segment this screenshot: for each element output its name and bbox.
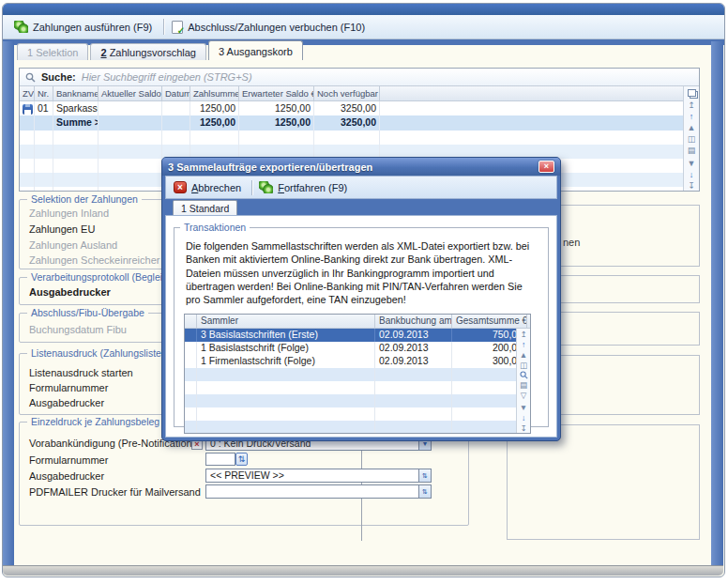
group-title: Abschluss/Fibu-Übergabe [27, 307, 148, 318]
col-bankname[interactable]: Bankname [53, 86, 99, 100]
coins-icon [259, 181, 273, 193]
disk-icon [23, 104, 33, 115]
book-payments-button[interactable]: ✓ Abschluss/Zahlungen verbuchen (F10) [167, 18, 373, 37]
nav-up-icon[interactable]: ↑ [518, 340, 530, 349]
dialog-title: 3 Sammelaufträge exportieren/übertragen [168, 161, 372, 173]
cell-bankbuchung: 02.09.2013 [375, 355, 452, 368]
dialog-tab-band: 1 Standard [165, 199, 557, 215]
sammler-row[interactable]: 1 Firmenlastschrift (Folge) 02.09.2013 3… [185, 355, 530, 368]
sammler-table-header: Sammler Bankbuchung am Gesamtsumme € [185, 315, 530, 329]
col-selector [185, 315, 197, 328]
tab-label: Ausgangskorb [227, 46, 293, 57]
search-input[interactable] [82, 71, 363, 83]
col-zv[interactable]: ZV [20, 86, 35, 100]
sammler-row[interactable]: 1 Basislastschrift (Folge) 02.09.2013 20… [185, 342, 530, 355]
filter-icon[interactable]: ▽ [518, 391, 530, 400]
cell-sammler: 1 Firmenlastschrift (Folge) [197, 355, 375, 368]
nav-prev-icon[interactable]: ▲ [518, 350, 530, 360]
col-zahlsumme[interactable]: Zahlsumme € [190, 86, 239, 100]
columns-icon[interactable]: ◫ [518, 361, 530, 370]
col-erwarteter-saldo[interactable]: Erwarteter Saldo € [239, 86, 314, 100]
group-title: Listenausdruck (Zahlungsliste) [27, 347, 168, 359]
search-icon [25, 72, 36, 83]
copy-grid-icon[interactable] [688, 89, 696, 97]
ausgabedrucker-select[interactable]: << PREVIEW >> ⇅ [205, 469, 432, 483]
table-nav-strip: ↥ ↑ ▲ ◫ ▤ ▼ ↓ ↧ [683, 86, 699, 191]
pdfmailer-select[interactable]: ⇅ [205, 484, 432, 499]
empty-row [185, 407, 530, 421]
col-datum[interactable]: Datum [162, 86, 190, 100]
item-buchungsdatum: Buchungsdatum Fibu [29, 324, 127, 335]
table-nav-strip: ↥ ↑ ▲ ◫ ▤ ▽ ▼ ↓ ↧ [516, 329, 530, 433]
rows-icon[interactable]: ▤ [686, 146, 698, 155]
tab-selektion[interactable]: 1 Selektion [17, 43, 88, 60]
nav-bottom-icon[interactable]: ↧ [518, 423, 530, 433]
col-gesamtsumme[interactable]: Gesamtsumme € [452, 315, 527, 328]
cell-sammler: 1 Basislastschrift (Folge) [197, 342, 375, 355]
search-label: Suche: [41, 71, 76, 83]
frame-right [711, 41, 723, 565]
tab-number: 1 [27, 47, 33, 58]
col-nr[interactable]: Nr. [35, 86, 53, 100]
nav-next-icon[interactable]: ▼ [686, 159, 698, 168]
sammler-row[interactable]: 3 Basislastschriften (Erste) 02.09.2013 … [185, 329, 530, 342]
search-icon[interactable] [520, 371, 528, 379]
close-icon[interactable]: × [538, 161, 554, 173]
cell-sum-erwarteter: 1250,00 [239, 115, 314, 131]
tab-label: Zahlungsvorschlag [110, 47, 196, 58]
item-ausgabedrucker: Ausgabedrucker [29, 470, 104, 482]
item-zahlungen-inland: Zahlungen Inland [29, 207, 109, 219]
check-icon: ✓ [177, 26, 185, 36]
columns-icon[interactable]: ◫ [686, 134, 698, 144]
table-row[interactable]: 01 Sparkasse 1250,00 1250,00 3250,00 [20, 101, 699, 115]
empty-row [185, 381, 530, 394]
item-pdfmailer: PDFMAILER Drucker für Mailversand [29, 486, 201, 498]
execute-payments-label: Zahlungen ausführen (F9) [33, 22, 152, 33]
item-formularnummer: Formularnummer [29, 382, 108, 393]
export-dialog: 3 Sammelaufträge exportieren/übertragen … [161, 157, 561, 441]
col-bankbuchung[interactable]: Bankbuchung am [375, 315, 452, 328]
col-sammler[interactable]: Sammler [197, 315, 375, 328]
execute-payments-button[interactable]: Zahlungen ausführen (F9) [9, 18, 160, 36]
cancel-label: Abbrechen [191, 182, 241, 193]
search-bar: Suche: [20, 69, 699, 86]
nav-down-icon[interactable]: ↓ [686, 170, 698, 179]
tab-number: 3 [219, 46, 224, 57]
cell-sum-verfuegbar: 3250,00 [314, 115, 380, 131]
spinner-icon[interactable]: ⇅ [418, 469, 431, 482]
sum-row[interactable]: Summe > 1250,00 1250,00 3250,00 [20, 115, 699, 131]
application-window: Zahlungen ausführen (F9) ✓ Abschluss/Zah… [0, 0, 728, 584]
cancel-button[interactable]: × Abbrechen [170, 179, 249, 195]
nav-prev-icon[interactable]: ▲ [686, 123, 698, 132]
cell-nr: 01 [35, 101, 53, 115]
nav-down-icon[interactable]: ↓ [518, 413, 530, 423]
red-x-icon: × [174, 181, 187, 193]
clipped-label-fragment: nen [563, 237, 580, 248]
rows-icon[interactable]: ▤ [518, 380, 530, 390]
tab-standard[interactable]: 1 Standard [173, 200, 237, 215]
formularnummer-input[interactable] [205, 453, 235, 466]
formularnummer-spinner[interactable]: ⇅ [235, 453, 248, 466]
nav-top-icon[interactable]: ↥ [518, 330, 530, 339]
cell-sum-zahlsumme: 1250,00 [190, 115, 239, 131]
col-noch-verfuegbar[interactable]: Noch verfügbar € [314, 86, 380, 100]
cell-noch-verfuegbar: 3250,00 [314, 101, 380, 115]
nav-top-icon[interactable]: ↥ [686, 100, 698, 110]
tab-zahlungsvorschlag[interactable]: 2 Zahlungsvorschlag [90, 43, 206, 60]
tab-ausgangskorb[interactable]: 3 Ausgangskorb [208, 40, 303, 60]
spinner-icon[interactable]: ⇅ [418, 485, 431, 498]
tab-number: 2 [100, 47, 106, 58]
window-title-band [3, 4, 724, 15]
nav-bottom-icon[interactable]: ↧ [686, 181, 698, 191]
dialog-titlebar[interactable]: 3 Sammelaufträge exportieren/übertragen … [162, 158, 560, 176]
nav-up-icon[interactable]: ↑ [686, 112, 698, 121]
item-zahlungen-eu: Zahlungen EU [29, 223, 95, 235]
col-aktueller-saldo[interactable]: Aktueller Saldo € [99, 86, 162, 100]
empty-row [20, 131, 699, 145]
cell-bankbuchung: 02.09.2013 [375, 329, 452, 342]
nav-next-icon[interactable]: ▼ [518, 403, 530, 412]
item-zahlungen-ausland: Zahlungen Ausland [29, 239, 117, 251]
dialog-content: Transaktionen Die folgenden Sammellastsc… [165, 215, 557, 438]
continue-button[interactable]: Fortfahren (F9) [255, 179, 355, 195]
cell-sum-label: Summe > [53, 115, 99, 131]
